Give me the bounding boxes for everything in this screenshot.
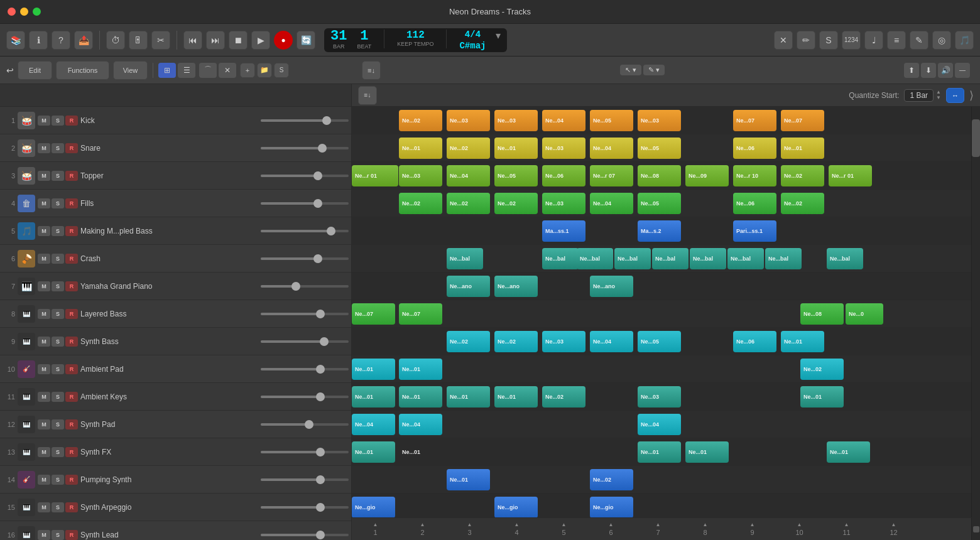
align-btn[interactable]: ⬆ <box>904 63 919 78</box>
rec-4[interactable]: R <box>65 198 78 208</box>
region-crash-2[interactable]: Ne...bal <box>542 248 579 269</box>
region-piano-1[interactable]: Ne...ano <box>447 276 490 297</box>
region-akeys-6[interactable]: Ne...03 <box>638 386 681 408</box>
pencil-tool[interactable]: ✎ ▾ <box>643 65 665 75</box>
functions-menu[interactable]: Functions <box>56 61 109 80</box>
mute-15[interactable]: M <box>38 502 50 512</box>
solo-9[interactable]: S <box>52 337 64 347</box>
region-akeys-4[interactable]: Ne...01 <box>494 386 538 408</box>
mute-9[interactable]: M <box>38 337 50 347</box>
region-sbass-5[interactable]: Ne...05 <box>638 331 681 352</box>
measure-12[interactable]: ▲ 12 <box>870 522 917 536</box>
solo-8[interactable]: S <box>52 309 64 319</box>
mute-7[interactable]: M <box>38 281 50 291</box>
rewind-button[interactable]: ⏮ <box>183 31 202 50</box>
measure-6[interactable]: ▲ 6 <box>587 522 634 536</box>
mute-16[interactable]: M <box>38 530 50 540</box>
track-9-fader[interactable] <box>261 340 349 343</box>
rec-16[interactable]: R <box>65 530 78 540</box>
region-snare-7[interactable]: Ne...06 <box>733 138 776 159</box>
folder-btn[interactable]: 📁 <box>257 63 272 78</box>
solo-15[interactable]: S <box>52 502 64 512</box>
mute-1[interactable]: M <box>38 116 50 126</box>
region-top-7[interactable]: Ne...08 <box>638 165 681 186</box>
solo-16[interactable]: S <box>52 530 64 540</box>
solo-7[interactable]: S <box>52 281 64 291</box>
solo-10[interactable]: S <box>52 364 64 374</box>
solo-6[interactable]: S <box>52 254 64 264</box>
search-button[interactable]: ◎ <box>932 31 951 50</box>
region-top-2[interactable]: Ne...03 <box>399 165 442 186</box>
plugin-button[interactable]: ✕ <box>774 31 793 50</box>
region-top-4[interactable]: Ne...05 <box>494 165 538 186</box>
arrangement-expand-btn[interactable]: ⟩ <box>969 89 974 102</box>
quantize-value[interactable]: 1 Bar <box>904 89 934 102</box>
region-fills-8[interactable]: Ne...02 <box>781 193 824 214</box>
rec-9[interactable]: R <box>65 337 78 347</box>
library-button[interactable]: 📚 <box>6 31 25 50</box>
region-akeys-1[interactable]: Ne...01 <box>352 386 395 408</box>
region-bass-3[interactable]: Pari...ss.1 <box>733 220 776 242</box>
mute-14[interactable]: M <box>38 475 50 485</box>
measure-3[interactable]: ▲ 3 <box>446 522 493 536</box>
mute-3[interactable]: M <box>38 171 50 181</box>
solo-1[interactable]: S <box>52 116 64 126</box>
track-3-fader[interactable] <box>261 175 349 177</box>
rec-1[interactable]: R <box>65 116 78 126</box>
region-akeys-5[interactable]: Ne...02 <box>542 386 585 408</box>
track-10-fader[interactable] <box>261 368 349 370</box>
measure-4[interactable]: ▲ 4 <box>493 522 540 536</box>
region-akeys-3[interactable]: Ne...01 <box>447 386 490 408</box>
mute-5[interactable]: M <box>38 226 50 236</box>
volume-btn[interactable]: 🔊 <box>938 63 953 78</box>
record-button[interactable]: ● <box>274 31 293 50</box>
region-crash-9[interactable]: Ne...bal <box>827 248 863 269</box>
solo-11[interactable]: S <box>52 392 64 402</box>
solo-5[interactable]: S <box>52 226 64 236</box>
measure-10[interactable]: ▲ 10 <box>776 522 823 536</box>
region-kick-4[interactable]: Ne...04 <box>542 110 585 131</box>
metronome-button[interactable]: ⏱ <box>106 31 125 50</box>
measure-7[interactable]: ▲ 7 <box>634 522 682 536</box>
measure-2[interactable]: ▲ 2 <box>399 522 446 536</box>
edit-menu[interactable]: Edit <box>18 61 52 80</box>
rec-7[interactable]: R <box>65 281 78 291</box>
minimize-button[interactable] <box>20 8 28 16</box>
rec-11[interactable]: R <box>65 392 78 402</box>
rec-8[interactable]: R <box>65 309 78 319</box>
region-akeys-2[interactable]: Ne...01 <box>399 386 442 408</box>
go-to-start-button[interactable]: ⏹ <box>229 31 248 50</box>
tracks-scroll[interactable]: Ne...02 Ne...03 Ne...03 Ne...04 Ne...05 … <box>352 107 971 517</box>
region-bass-1[interactable]: Ma...ss.1 <box>542 220 585 242</box>
align-down-btn[interactable]: ⬇ <box>921 63 936 78</box>
pointer-tool[interactable]: ↖ ▾ <box>620 65 641 75</box>
region-snare-8[interactable]: Ne...01 <box>781 138 824 159</box>
track-14-fader[interactable] <box>261 478 349 481</box>
region-kick-6[interactable]: Ne...03 <box>638 110 681 131</box>
mute-4[interactable]: M <box>38 198 50 208</box>
fit-tracks-btn[interactable]: ↔ <box>946 88 964 103</box>
list-button[interactable]: ≡ <box>887 31 906 50</box>
numbers-button[interactable]: 1234 <box>842 31 861 50</box>
region-fills-6[interactable]: Ne...05 <box>638 193 681 214</box>
solo-14[interactable]: S <box>52 475 64 485</box>
curve-btn[interactable]: ⌒ <box>199 63 217 78</box>
solo-3[interactable]: S <box>52 171 64 181</box>
mute-11[interactable]: M <box>38 392 50 402</box>
grid-view-btn[interactable]: ⊞ <box>158 63 176 78</box>
solo-12[interactable]: S <box>52 419 64 429</box>
track-2-fader[interactable] <box>261 147 349 149</box>
region-crash-4[interactable]: Ne...bal <box>614 248 651 269</box>
mixer-button[interactable]: 🎚 <box>129 31 148 50</box>
region-snare-2[interactable]: Ne...02 <box>447 138 490 159</box>
mute-12[interactable]: M <box>38 419 50 429</box>
track-16-fader[interactable] <box>261 534 349 536</box>
track-8-fader[interactable] <box>261 313 349 315</box>
solo-btn[interactable]: S <box>274 63 289 78</box>
add-track-btn[interactable]: + <box>240 63 255 78</box>
region-sbass-7[interactable]: Ne...01 <box>781 331 824 352</box>
track-1-fader[interactable] <box>261 119 349 122</box>
region-bass-2[interactable]: Ma...s.2 <box>638 220 681 242</box>
close-button[interactable] <box>8 8 16 16</box>
measure-9[interactable]: ▲ 9 <box>729 522 776 536</box>
